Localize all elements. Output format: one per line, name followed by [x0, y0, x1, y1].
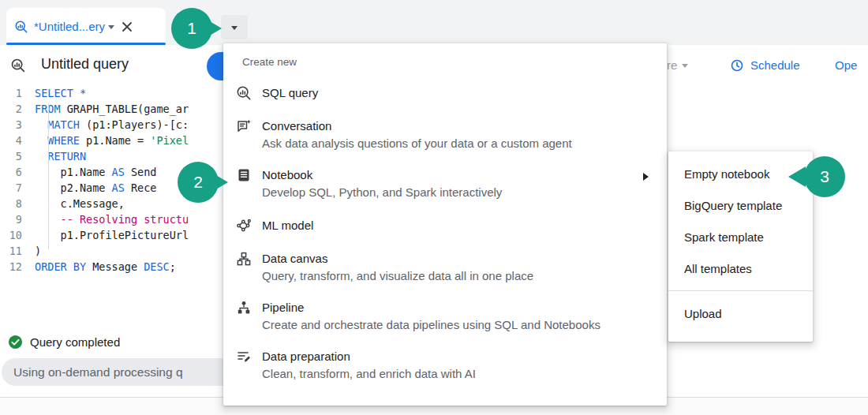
- chevron-down-icon: [682, 64, 688, 71]
- code-token: MATCH: [47, 117, 80, 133]
- query-title: Untitled query: [41, 56, 129, 73]
- tab-bar: *Untitled...ery: [0, 0, 868, 46]
- check-circle-icon: [8, 335, 23, 350]
- line-number: 10: [0, 227, 35, 243]
- callout-number: 2: [178, 162, 219, 203]
- tab-caret-down-icon[interactable]: [108, 25, 114, 32]
- callout-badge-3: 3: [804, 156, 845, 197]
- code-token: WHERE: [47, 133, 80, 148]
- clock-icon: [730, 58, 744, 73]
- processing-notice-text: Using on-demand processing q: [13, 365, 183, 379]
- notebook-submenu-upload: Upload: [668, 297, 813, 329]
- menu-item-label: Data canvas: [262, 251, 533, 267]
- line-number: 2: [0, 101, 35, 117]
- data-canvas-icon: [236, 251, 252, 267]
- menu-item-data-canvas[interactable]: Data canvasQuery, transform, and visuali…: [223, 243, 667, 292]
- code-token: DESC: [144, 259, 170, 275]
- code-token: ORDER BY: [35, 259, 86, 275]
- schedule-button[interactable]: Schedule: [730, 45, 800, 85]
- gutter-divider: [48, 103, 49, 249]
- menu-item-text: SQL query: [262, 85, 318, 101]
- menu-item-sublabel: Develop SQL, Python, and Spark interacti…: [262, 185, 502, 200]
- code-token: p1.Name =: [80, 133, 150, 148]
- code-token: GRAPH_TABLE(game_ar: [61, 101, 189, 117]
- line-number: 8: [0, 196, 35, 211]
- code-token: 'Pixel: [150, 133, 189, 148]
- schedule-label: Schedule: [750, 58, 800, 72]
- code-token: [35, 117, 47, 133]
- line-number: 11: [0, 243, 35, 259]
- bigquery-editor-page: *Untitled...ery Untitled query re Schedu…: [0, 0, 868, 415]
- callout-number: 3: [804, 156, 845, 197]
- line-number: 12: [0, 259, 35, 275]
- callout-tail: [788, 166, 806, 187]
- menu-item-data-preparation[interactable]: Data preparationClean, transform, and en…: [223, 341, 667, 390]
- menu-item-text: Data canvasQuery, transform, and visuali…: [262, 251, 533, 284]
- line-number: 3: [0, 117, 35, 133]
- menu-item-text: Data preparationClean, transform, and en…: [262, 349, 476, 382]
- code-token: ;: [170, 259, 176, 275]
- create-new-menu-header: Create new: [223, 56, 667, 76]
- code-token: RETURN: [47, 148, 86, 164]
- notebook-icon: [236, 167, 252, 183]
- create-new-menu-items: SQL queryConversationAsk data analysis q…: [223, 76, 667, 390]
- bigquery-query-icon: [10, 58, 26, 73]
- open-button[interactable]: Ope: [835, 45, 857, 85]
- line-number: 1: [0, 85, 35, 101]
- code-token: p1.Name: [35, 164, 112, 180]
- data-preparation-icon: [236, 349, 252, 365]
- menu-item-pipeline[interactable]: PipelineCreate and orchestrate data pipe…: [223, 292, 667, 341]
- menu-item-label: SQL query: [262, 85, 318, 101]
- code-token: Message: [86, 259, 144, 275]
- code-token: (p1:Players)-[c:: [80, 117, 189, 133]
- menu-item-text: PipelineCreate and orchestrate data pipe…: [262, 300, 600, 333]
- code-token: [35, 133, 47, 148]
- code-token: ): [35, 243, 41, 259]
- submenu-item-upload[interactable]: Upload: [668, 297, 813, 329]
- submenu-arrow-icon: [643, 173, 653, 181]
- submenu-item-bigquery-template[interactable]: BigQuery template: [668, 189, 813, 221]
- submenu-item-spark-template[interactable]: Spark template: [668, 221, 813, 252]
- code-token: Send: [125, 164, 157, 180]
- menu-item-text: ConversationAsk data analysis questions …: [262, 118, 572, 151]
- menu-item-sublabel: Create and orchestrate data pipelines us…: [262, 317, 600, 333]
- tab-untitled-query[interactable]: *Untitled...ery: [6, 8, 166, 45]
- sql-query-icon: [236, 85, 252, 101]
- code-token: AS: [112, 164, 125, 180]
- code-token: SELECT *: [35, 85, 86, 101]
- submenu-item-all-templates[interactable]: All templates: [668, 252, 813, 284]
- menu-item-sublabel: Ask data analysis questions of your data…: [262, 136, 572, 151]
- more-label: re: [667, 58, 677, 72]
- new-tab-dropdown-button[interactable]: [221, 15, 248, 39]
- tab-close-icon[interactable]: [121, 21, 133, 33]
- menu-item-sql-query[interactable]: SQL query: [223, 76, 667, 110]
- callout-badge-2: 2: [178, 162, 219, 203]
- callout-number: 1: [171, 8, 212, 49]
- code-token: Rece: [125, 180, 157, 196]
- code-token: AS: [112, 180, 125, 196]
- menu-item-text: NotebookDevelop SQL, Python, and Spark i…: [262, 167, 502, 200]
- open-label: Ope: [835, 58, 857, 72]
- menu-item-ml-model[interactable]: ML model: [223, 208, 667, 243]
- menu-item-notebook[interactable]: NotebookDevelop SQL, Python, and Spark i…: [223, 159, 667, 208]
- create-new-menu: Create new SQL queryConversationAsk data…: [223, 43, 667, 406]
- ml-model-icon: [236, 218, 252, 234]
- code-token: -- Resolving structu: [35, 211, 189, 227]
- bigquery-query-icon: [14, 20, 28, 34]
- menu-item-label: ML model: [262, 218, 313, 234]
- code-token: [35, 148, 47, 164]
- menu-item-label: Pipeline: [262, 300, 600, 316]
- query-status-text: Query completed: [30, 335, 120, 349]
- line-number: 9: [0, 211, 35, 227]
- menu-item-label: Notebook: [262, 167, 502, 183]
- menu-item-conversation[interactable]: ConversationAsk data analysis questions …: [223, 110, 667, 159]
- menu-item-sublabel: Query, transform, and visualize data all…: [262, 268, 533, 284]
- code-token: p2.Name: [35, 180, 112, 196]
- callout-badge-1: 1: [171, 8, 212, 49]
- menu-item-sublabel: Clean, transform, and enrich data with A…: [262, 366, 476, 382]
- conversation-icon: [236, 118, 252, 134]
- pipeline-icon: [236, 300, 252, 316]
- menu-item-label: Conversation: [262, 118, 572, 134]
- line-number: 7: [0, 180, 35, 196]
- more-menu-button[interactable]: re: [667, 45, 688, 85]
